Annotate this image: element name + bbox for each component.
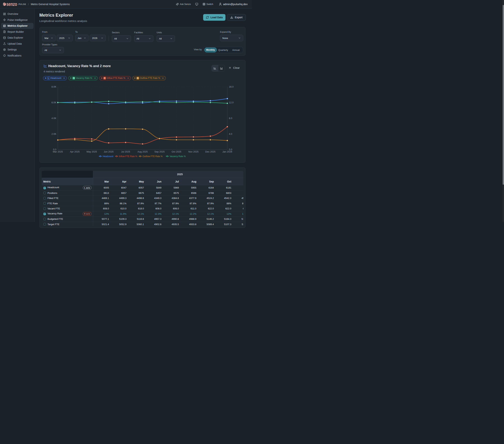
svg-text:4.0: 4.0 xyxy=(229,133,232,135)
svg-text:16.0: 16.0 xyxy=(229,85,234,88)
svg-text:Headcount: Headcount xyxy=(103,155,113,158)
svg-text:4.0K: 4.0K xyxy=(52,117,56,120)
svg-text:May 2025: May 2025 xyxy=(87,150,97,153)
svg-text:12.0: 12.0 xyxy=(229,101,234,104)
svg-text:Jul 2025: Jul 2025 xyxy=(121,150,130,153)
svg-text:Oct 2025: Oct 2025 xyxy=(172,150,181,153)
svg-text:Aug 2025: Aug 2025 xyxy=(137,150,148,153)
svg-text:Sep 2025: Sep 2025 xyxy=(154,150,165,153)
svg-text:8.0K: 8.0K xyxy=(52,85,56,88)
svg-text:Dec 2025: Dec 2025 xyxy=(205,150,216,153)
svg-text:Apr 2025: Apr 2025 xyxy=(70,150,80,153)
svg-text:Jan 2026: Jan 2026 xyxy=(222,150,232,153)
svg-text:Nov 2025: Nov 2025 xyxy=(188,150,198,153)
svg-text:8.0: 8.0 xyxy=(229,117,232,120)
svg-text:Inflow FTE Rate %: Inflow FTE Rate % xyxy=(119,155,137,158)
svg-text:Mar 2025: Mar 2025 xyxy=(53,150,63,153)
svg-text:Outflow FTE Rate %: Outflow FTE Rate % xyxy=(143,155,163,158)
svg-text:Jun 2025: Jun 2025 xyxy=(104,150,114,153)
svg-text:Vacancy Rate %: Vacancy Rate % xyxy=(170,155,186,158)
svg-text:2.0K: 2.0K xyxy=(52,133,56,135)
svg-text:6.0K: 6.0K xyxy=(52,101,56,104)
